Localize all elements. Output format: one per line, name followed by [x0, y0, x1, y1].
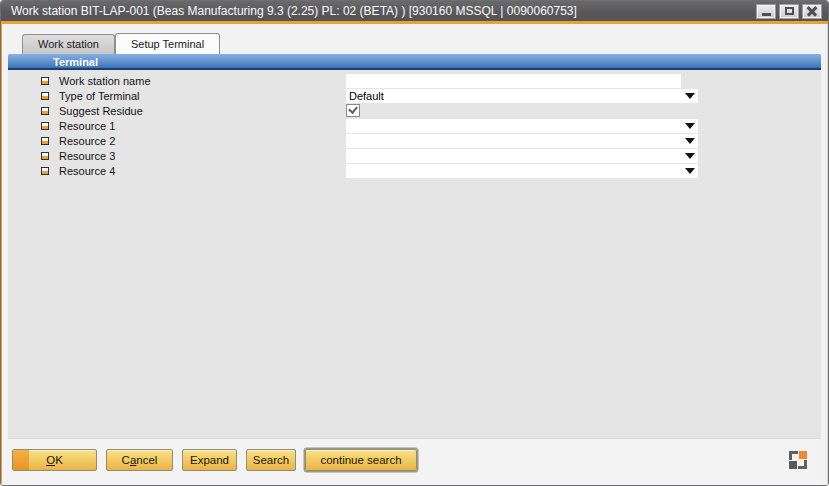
field-label: Resource 1 — [59, 120, 115, 132]
link-square-icon[interactable] — [41, 137, 49, 145]
window-title: Work station BIT-LAP-001 (Beas Manufactu… — [11, 4, 756, 18]
form-row-type-of-terminal: Type of Terminal Default — [8, 89, 821, 104]
form-row-resource-1: Resource 1 — [8, 119, 821, 134]
field-label: Resource 4 — [59, 165, 115, 177]
checkmark-icon — [348, 104, 358, 114]
search-button[interactable]: Search — [246, 449, 296, 471]
chevron-down-icon[interactable] — [685, 93, 695, 99]
close-icon — [807, 6, 817, 16]
window-body: Work station Setup Terminal Terminal Wor… — [1, 24, 828, 485]
minimize-button[interactable] — [756, 4, 776, 19]
maximize-icon — [785, 7, 794, 15]
form-rows: Work station name Type of Terminal Defau… — [8, 74, 821, 179]
tab-strip: Work station Setup Terminal — [8, 24, 821, 54]
ok-button[interactable]: OK — [12, 449, 97, 471]
form-row-resource-3: Resource 3 — [8, 149, 821, 164]
link-square-icon[interactable] — [41, 152, 49, 160]
continue-search-button[interactable]: continue search — [305, 449, 417, 471]
field-label: Type of Terminal — [59, 90, 140, 102]
close-button[interactable] — [802, 4, 822, 19]
link-square-icon[interactable] — [41, 77, 49, 85]
resource-4-dropdown[interactable] — [346, 164, 698, 178]
expand-button[interactable]: Expand — [182, 449, 237, 471]
cancel-button[interactable]: Cancel — [106, 449, 173, 471]
maximize-button[interactable] — [779, 4, 799, 19]
form-row-work-station-name: Work station name — [8, 74, 821, 89]
chevron-down-icon[interactable] — [685, 138, 695, 144]
link-square-icon[interactable] — [41, 92, 49, 100]
tab-work-station[interactable]: Work station — [22, 34, 115, 54]
form-row-resource-2: Resource 2 — [8, 134, 821, 149]
resource-1-dropdown[interactable] — [346, 119, 698, 133]
titlebar[interactable]: Work station BIT-LAP-001 (Beas Manufactu… — [1, 1, 828, 21]
ok-accent-strip — [13, 450, 29, 470]
chevron-down-icon[interactable] — [685, 123, 695, 129]
minimize-icon — [762, 13, 771, 16]
button-bar: OK Cancel Expand Search continue search — [8, 438, 821, 485]
link-square-icon[interactable] — [41, 107, 49, 115]
form-row-resource-4: Resource 4 — [8, 164, 821, 179]
chevron-down-icon[interactable] — [685, 153, 695, 159]
app-window: Work station BIT-LAP-001 (Beas Manufactu… — [0, 0, 829, 486]
link-square-icon[interactable] — [41, 122, 49, 130]
tab-panel: Terminal Work station name Type of Termi… — [8, 54, 821, 438]
form-row-suggest-residue: Suggest Residue — [8, 104, 821, 119]
field-label: Suggest Residue — [59, 105, 143, 117]
suggest-residue-checkbox[interactable] — [346, 104, 360, 117]
section-header: Terminal — [8, 54, 821, 70]
resource-2-dropdown[interactable] — [346, 134, 698, 148]
work-station-name-input[interactable] — [346, 74, 681, 88]
field-label: Work station name — [59, 75, 151, 87]
field-label: Resource 3 — [59, 150, 115, 162]
dropdown-value: Default — [346, 89, 682, 103]
tab-setup-terminal[interactable]: Setup Terminal — [115, 33, 220, 54]
resize-grip-icon[interactable] — [789, 451, 807, 469]
chevron-down-icon[interactable] — [685, 168, 695, 174]
field-label: Resource 2 — [59, 135, 115, 147]
resource-3-dropdown[interactable] — [346, 149, 698, 163]
type-of-terminal-dropdown[interactable]: Default — [346, 89, 698, 103]
window-controls — [756, 4, 822, 19]
link-square-icon[interactable] — [41, 167, 49, 175]
